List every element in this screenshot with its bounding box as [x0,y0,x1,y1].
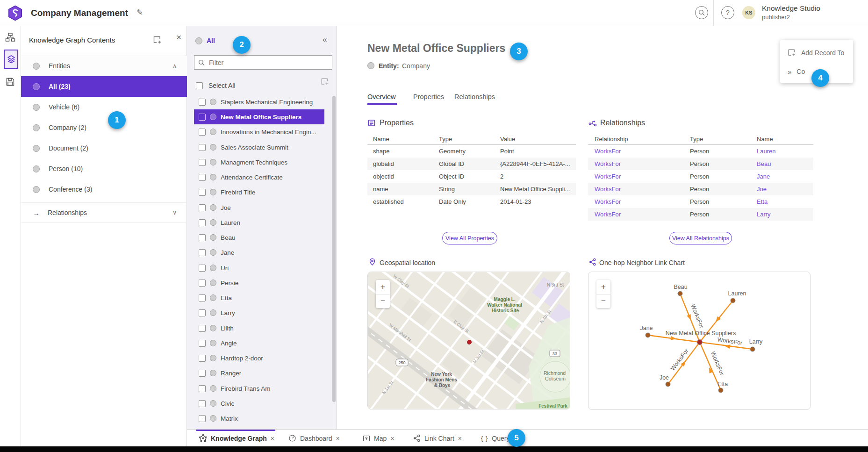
table-row[interactable]: WorksForPersonLauren [588,145,813,158]
table-row[interactable]: WorksForPersonEtta [588,195,813,208]
list-item[interactable]: Uri [194,260,324,275]
node-etta[interactable] [718,388,723,393]
item-checkbox[interactable] [199,249,206,256]
tab-dashboard[interactable]: Dashboard × [288,430,340,447]
entity-type-row-vehicle[interactable]: Vehicle (6) [21,97,187,117]
list-item[interactable]: Etta [194,290,324,305]
list-item-selected[interactable]: New Metal Office Suppliers [194,109,324,124]
chevron-up-icon[interactable]: ∧ [172,63,177,69]
scrollbar[interactable] [332,96,336,402]
select-all-row[interactable]: Select All [196,79,236,93]
entity-type-row-person[interactable]: Person (10) [21,158,187,179]
zoom-out-button[interactable]: − [596,294,610,309]
list-item[interactable]: Managment Techniques [194,155,324,170]
close-tab-icon[interactable]: × [336,435,340,442]
view-all-properties-button[interactable]: View All Properties [442,232,497,244]
entities-group-header[interactable]: Entities ∧ [21,56,187,76]
list-item[interactable]: Ranger [194,366,324,380]
item-checkbox[interactable] [199,144,206,151]
entity-type-row-conference[interactable]: Conference (3) [21,179,187,200]
close-tab-icon[interactable]: × [271,435,274,442]
help-icon[interactable]: ? [721,6,734,19]
list-item[interactable]: Firebird Trans Am [194,381,324,396]
table-row[interactable]: nameStringNew Metal Office Suppli... [367,183,576,195]
menu-item-add-record-to[interactable]: Add Record To [780,44,853,61]
edit-title-icon[interactable]: ✎ [136,7,143,17]
table-row[interactable]: WorksForPersonLarry [588,208,813,221]
zoom-out-button[interactable]: − [376,294,390,309]
list-item[interactable]: Staplers Mechanical Engineering [194,94,324,109]
list-item[interactable]: Firebird Title [194,185,324,200]
list-item[interactable]: Angie [194,336,324,351]
entity-type-row-all[interactable]: All (23) [21,76,187,97]
item-checkbox[interactable] [199,294,206,301]
node-lauren[interactable] [731,298,735,303]
relationship-link[interactable]: WorksFor [588,148,683,155]
col-header[interactable]: Name [750,136,813,143]
list-item[interactable]: Sales Associate Summit [194,140,324,155]
entity-type-row-document[interactable]: Document (2) [21,138,187,158]
item-checkbox[interactable] [199,340,206,347]
item-checkbox[interactable] [199,189,206,196]
relationships-group-header[interactable]: → Relationships ∨ [21,202,187,223]
item-checkbox[interactable] [199,385,206,392]
search-icon[interactable] [695,6,708,19]
node-larry[interactable] [750,347,755,352]
select-all-checkbox[interactable] [196,82,203,89]
geospatial-map[interactable]: W Clay St E Clay St W Marshall St N 1st … [367,272,570,409]
entity-link[interactable]: Beau [750,160,813,167]
tab-properties[interactable]: Properties [413,93,444,100]
item-checkbox[interactable] [199,280,206,287]
tab-relationships[interactable]: Relationships [454,93,495,100]
save-icon[interactable] [6,77,15,86]
list-item[interactable]: Persie [194,275,324,290]
col-header[interactable]: Relationship [588,136,683,143]
entity-type-row-company[interactable]: Company (2) [21,117,187,138]
relationship-link[interactable]: WorksFor [588,211,683,218]
tab-knowledge-graph[interactable]: Knowledge Graph × [199,430,274,447]
table-row[interactable]: establishedDate Only2014-01-23 [367,195,576,208]
table-row[interactable]: objectidObject ID2 [367,170,576,183]
list-item[interactable]: Lauren [194,215,324,230]
item-checkbox[interactable] [199,114,206,121]
table-row[interactable]: shapeGeometryPoint [367,145,576,158]
item-checkbox[interactable] [199,219,206,226]
table-row[interactable]: WorksForPersonJoe [588,183,813,195]
list-item[interactable]: Civic [194,396,324,411]
item-checkbox[interactable] [199,234,206,241]
entity-link[interactable]: Jane [750,173,813,180]
close-tab-icon[interactable]: × [458,435,462,442]
node-beau[interactable] [678,291,682,296]
table-row[interactable]: WorksForPersonJane [588,170,813,183]
tab-overview[interactable]: Overview [367,93,395,100]
filter-input[interactable] [208,58,328,67]
node-center[interactable] [697,340,703,345]
list-item[interactable]: Attendance Certificate [194,170,324,185]
col-header[interactable]: Type [433,136,495,143]
item-checkbox[interactable] [199,415,206,422]
entity-link[interactable]: Lauren [750,148,813,155]
item-checkbox[interactable] [199,265,206,272]
tab-map[interactable]: Map × [363,430,394,447]
link-chart-canvas[interactable]: Beau Lauren Jane Larry Joe Etta New Meta… [588,272,811,410]
collapse-panel-icon[interactable]: « [323,35,327,44]
col-header[interactable]: Value [495,136,576,143]
list-item[interactable]: Matrix [194,411,324,426]
add-record-icon[interactable] [153,36,162,44]
list-item[interactable]: Larry [194,305,324,320]
avatar[interactable]: KS [742,6,755,19]
list-item[interactable]: Joe [194,200,324,215]
chevron-down-icon[interactable]: ∨ [172,209,177,216]
entity-link[interactable]: Larry [750,211,813,218]
item-checkbox[interactable] [199,129,206,136]
list-item[interactable]: Innovations in Mechanical Engin... [194,124,324,139]
list-item[interactable]: Lilith [194,321,324,336]
list-item[interactable]: Beau [194,230,324,245]
item-checkbox[interactable] [199,400,206,407]
data-model-icon[interactable] [5,32,15,43]
entity-link[interactable]: Etta [750,198,813,205]
list-item[interactable]: Jane [194,245,324,260]
relationship-link[interactable]: WorksFor [588,160,683,167]
item-checkbox[interactable] [199,309,206,316]
item-checkbox[interactable] [199,325,206,332]
